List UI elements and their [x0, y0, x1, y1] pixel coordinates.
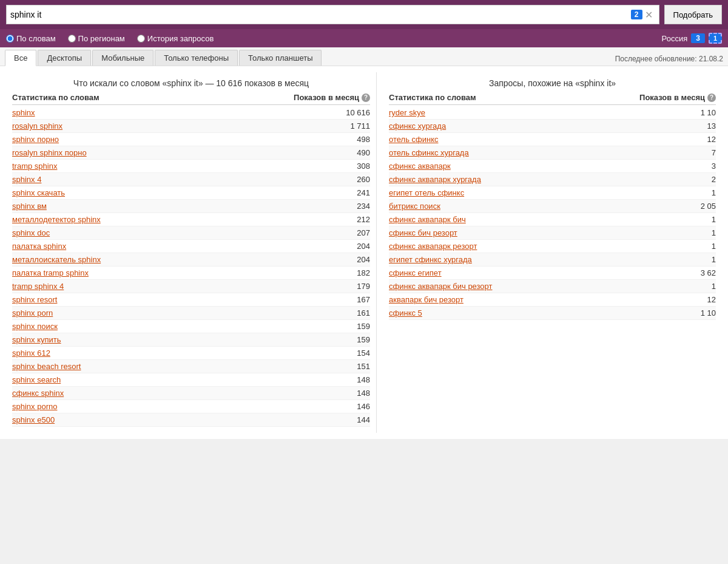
keyword-link[interactable]: отель сфинкс — [389, 135, 439, 144]
table-row: сфинкс аквапарк резорт1 — [389, 240, 716, 253]
keyword-link[interactable]: египет сфинкс хургада — [389, 255, 472, 264]
clear-button[interactable]: ✕ — [642, 9, 655, 21]
tabs-bar: Все Десктопы Мобильные Только телефоны Т… — [0, 47, 728, 66]
keyword-link[interactable]: sphinx beach resort — [12, 362, 81, 371]
table-row: sphinx 612154 — [12, 347, 370, 360]
keyword-link[interactable]: sphinx e500 — [12, 415, 55, 424]
keyword-link[interactable]: сфинкс бич резорт — [389, 228, 457, 237]
keyword-link[interactable]: sphinx porno — [12, 402, 57, 411]
count-value: 10 616 — [340, 108, 370, 117]
keyword-link[interactable]: sphinx resort — [12, 295, 57, 304]
keyword-link[interactable]: битрикс поиск — [389, 202, 440, 211]
keyword-link[interactable]: sphinx скачать — [12, 188, 65, 197]
count-value: 12 — [701, 135, 716, 144]
keyword-link[interactable]: аквапарк бич резорт — [389, 295, 463, 304]
table-row: металлодетектор sphinx212 — [12, 213, 370, 226]
keyword-link[interactable]: сфинкс аквапарк бич — [389, 215, 466, 224]
table-row: sphinx порно498 — [12, 133, 370, 146]
keyword-link[interactable]: sphinx поиск — [12, 322, 58, 331]
keyword-link[interactable]: sphinx порно — [12, 135, 59, 144]
table-row: sphinx doc207 — [12, 226, 370, 240]
keyword-link[interactable]: tramp sphinx 4 — [12, 282, 64, 291]
count-value: 179 — [351, 282, 370, 291]
table-row: sphinx beach resort151 — [12, 360, 370, 373]
left-panel: Что искали со словом «sphinx it» — 10 61… — [6, 72, 376, 433]
count-value: 1 10 — [695, 108, 716, 117]
region-inner-badge: 1 — [709, 33, 722, 44]
keyword-link[interactable]: rosalyn sphinx — [12, 121, 62, 131]
keyword-link[interactable]: сфинкс аквапарк хургада — [389, 175, 481, 184]
keyword-link[interactable]: sphinx 4 — [12, 175, 41, 184]
keyword-link[interactable]: отель сфинкс хургада — [389, 148, 469, 157]
count-value: 207 — [351, 228, 370, 237]
keyword-link[interactable]: sphinx doc — [12, 228, 50, 237]
tab-mobile[interactable]: Мобильные — [92, 50, 153, 66]
right-rows-container: ryder skye1 10сфинкс хургада13отель сфин… — [389, 106, 716, 320]
table-row: rosalyn sphinx порно490 — [12, 146, 370, 160]
table-row: сфинкс 51 10 — [389, 307, 716, 320]
table-row: sphinx porno146 — [12, 400, 370, 413]
radio-by-words[interactable]: По словам — [6, 34, 56, 43]
keyword-link[interactable]: tramp sphinx — [12, 161, 57, 171]
region-selector: Россия 3 1 — [662, 33, 722, 44]
keyword-link[interactable]: сфинкс египет — [389, 268, 442, 277]
keyword-link[interactable]: сфинкс sphinx — [12, 389, 64, 398]
count-value: 144 — [351, 415, 370, 424]
keyword-link[interactable]: сфинкс хургада — [389, 121, 446, 131]
count-value: 148 — [351, 389, 370, 398]
keyword-link[interactable]: sphinx search — [12, 375, 61, 384]
search-badge: 2 — [631, 10, 642, 19]
tab-tablets-only[interactable]: Только планшеты — [239, 50, 322, 66]
pick-button[interactable]: Подобрать — [664, 5, 722, 24]
keyword-link[interactable]: сфинкс 5 — [389, 308, 422, 318]
count-value: 148 — [351, 375, 370, 384]
search-input[interactable] — [10, 10, 629, 19]
count-value: 241 — [351, 188, 370, 197]
keyword-link[interactable]: палатка sphinx — [12, 242, 66, 251]
tab-all[interactable]: Все — [5, 50, 36, 66]
keyword-link[interactable]: sphinx 612 — [12, 348, 50, 358]
count-value: 234 — [351, 202, 370, 211]
right-help-icon[interactable]: ? — [707, 93, 716, 102]
radio-history[interactable]: История запросов — [137, 34, 214, 43]
count-value: 1 — [706, 188, 716, 197]
keyword-link[interactable]: sphinx porn — [12, 308, 53, 318]
keyword-link[interactable]: металлоискатель sphinx — [12, 255, 101, 264]
left-col-headers: Статистика по словам Показов в месяц ? — [12, 93, 370, 105]
count-value: 498 — [351, 135, 370, 144]
main-content: Что искали со словом «sphinx it» — 10 61… — [0, 66, 728, 439]
table-row: сфинкс хургада13 — [389, 120, 716, 133]
keyword-link[interactable]: сфинкс аквапарк резорт — [389, 242, 477, 251]
help-icon[interactable]: ? — [362, 93, 370, 102]
count-value: 161 — [351, 308, 370, 318]
table-row: аквапарк бич резорт12 — [389, 293, 716, 307]
keyword-link[interactable]: металлодетектор sphinx — [12, 215, 101, 224]
left-col-stat: Статистика по словам — [12, 93, 99, 102]
keyword-link[interactable]: египет отель сфинкс — [389, 188, 464, 197]
table-row: сфинкс аквапарк бич1 — [389, 213, 716, 226]
tab-desktops[interactable]: Десктопы — [38, 50, 91, 66]
radio-by-regions[interactable]: По регионам — [68, 34, 125, 43]
count-value: 146 — [351, 402, 370, 411]
table-row: египет отель сфинкс1 — [389, 186, 716, 200]
tab-phones-only[interactable]: Только телефоны — [155, 50, 238, 66]
keyword-link[interactable]: палатка tramp sphinx — [12, 268, 89, 277]
keyword-link[interactable]: ryder skye — [389, 108, 425, 117]
keyword-link[interactable]: сфинкс аквапарк бич резорт — [389, 282, 493, 291]
count-value: 7 — [706, 148, 716, 157]
keyword-link[interactable]: rosalyn sphinx порно — [12, 148, 87, 157]
region-badge: 3 — [691, 33, 705, 43]
table-row: tramp sphinx308 — [12, 160, 370, 173]
count-value: 1 — [706, 242, 716, 251]
count-value: 1 — [706, 215, 716, 224]
table-row: sphinx search148 — [12, 373, 370, 387]
keyword-link[interactable]: sphinx купить — [12, 335, 61, 344]
left-rows-container: sphinx10 616rosalyn sphinx1 711sphinx по… — [12, 106, 370, 427]
header: 2 ✕ Подобрать — [0, 0, 728, 29]
count-value: 167 — [351, 295, 370, 304]
keyword-link[interactable]: сфинкс аквапарк — [389, 161, 451, 171]
count-value: 1 — [706, 282, 716, 291]
keyword-link[interactable]: sphinx вм — [12, 202, 47, 211]
keyword-link[interactable]: sphinx — [12, 108, 35, 117]
table-row: sphinx вм234 — [12, 200, 370, 213]
